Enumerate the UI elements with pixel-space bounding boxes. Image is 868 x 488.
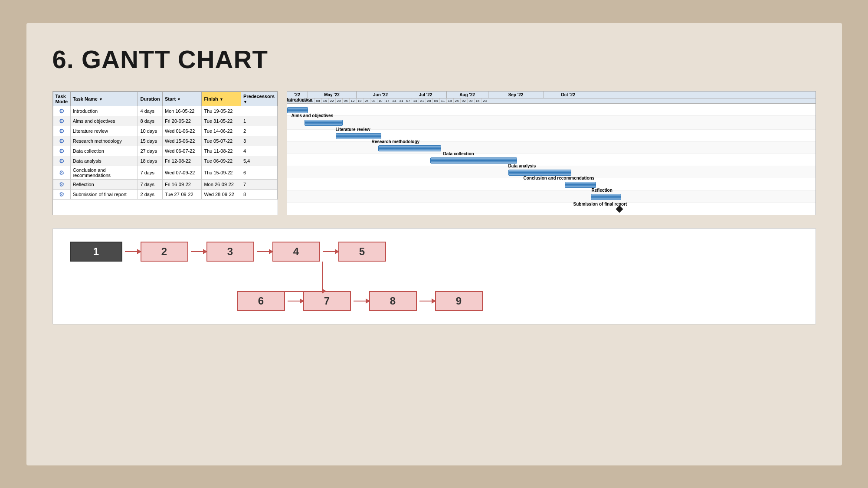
- wf-node-9: 9: [435, 291, 483, 311]
- bar-introduction: [287, 107, 308, 113]
- cell-start: Mon 16-05-22: [162, 106, 201, 116]
- chart-row-3: Literature review: [287, 130, 816, 142]
- slide: 6. GANTT CHART TaskMode Task Name ▼ Dura…: [26, 23, 842, 465]
- bar-dataanalysis: [508, 170, 571, 176]
- cell-predecessors: 6: [241, 166, 277, 179]
- cell-predecessors: [241, 106, 277, 116]
- cell-taskname: Data collection: [70, 146, 138, 156]
- cell-mode: ⚙: [53, 106, 70, 116]
- cell-finish: Wed 28-09-22: [202, 189, 241, 199]
- header-predecessors: Predecessors ▼: [241, 92, 277, 106]
- cell-predecessors: 7: [241, 179, 277, 189]
- wf-node-3: 3: [206, 242, 254, 262]
- header-duration: Duration: [138, 92, 163, 106]
- diamond-submission: [616, 205, 623, 213]
- label-datacollection: Data collection: [443, 151, 474, 156]
- cell-mode: ⚙: [53, 146, 70, 156]
- cell-duration: 7 days: [138, 166, 163, 179]
- cell-start: Wed 06-07-22: [162, 146, 201, 156]
- cell-duration: 27 days: [138, 146, 163, 156]
- bar-datacollection: [430, 157, 517, 164]
- cell-mode: ⚙: [53, 136, 70, 146]
- label-dataanalysis: Data analysis: [508, 164, 536, 168]
- header-task-mode: TaskMode: [53, 92, 70, 106]
- chart-row-9: Submission of final report: [287, 203, 816, 215]
- cell-taskname: Introduction: [70, 106, 138, 116]
- cell-start: Wed 01-06-22: [162, 126, 201, 136]
- cell-taskname: Research methodology: [70, 136, 138, 146]
- arrow-line-7-8: [354, 301, 367, 301]
- bar-aims: [305, 120, 343, 126]
- cell-start: Wed 15-06-22: [162, 136, 201, 146]
- bar-conclusion: [565, 182, 596, 188]
- table-row: ⚙ Conclusion and recommendations 7 days …: [53, 166, 277, 179]
- table-row: ⚙ Literature review 10 days Wed 01-06-22…: [53, 126, 277, 136]
- arrow-4-5: [323, 251, 336, 252]
- arrow-7-8: [354, 301, 367, 301]
- arrow-6-7: [288, 301, 301, 301]
- cell-mode: ⚙: [53, 166, 70, 179]
- arrow-2-3: [191, 251, 204, 252]
- chart-row-8: Reflection: [287, 190, 816, 203]
- cell-start: Fri 16-09-22: [162, 179, 201, 189]
- chart-row-7: Conclusion and recommendations: [287, 178, 816, 190]
- bar-literature: [336, 133, 381, 139]
- workflow-container: 1 2 3: [66, 242, 802, 311]
- day-header-row: 10 17 24 01 08 15 22 29 05 12 19 26 03 1…: [287, 98, 816, 104]
- arrowhead-6-7: [300, 298, 304, 304]
- wf-node-1: 1: [70, 242, 122, 262]
- gantt-chart-section: '22 May '22 Jun '22 Jul '22 Aug '22 Sep …: [287, 91, 816, 215]
- label-methodology: Research methodology: [372, 139, 420, 144]
- cell-duration: 7 days: [138, 179, 163, 189]
- cell-taskname: Aims and objectives: [70, 116, 138, 126]
- table-row: ⚙ Aims and objectives 8 days Fri 20-05-2…: [53, 116, 277, 126]
- arrow-3-4: [257, 251, 270, 252]
- arrowhead-8-9: [432, 298, 436, 304]
- cell-predecessors: 5,4: [241, 156, 277, 166]
- cell-taskname: Submission of final report: [70, 189, 138, 199]
- table-row: ⚙ Data collection 27 days Wed 06-07-22 T…: [53, 146, 277, 156]
- cell-start: Tue 27-09-22: [162, 189, 201, 199]
- cell-mode: ⚙: [53, 156, 70, 166]
- cell-mode: ⚙: [53, 126, 70, 136]
- cell-predecessors: 3: [241, 136, 277, 146]
- cell-start: Fri 12-08-22: [162, 156, 201, 166]
- cell-predecessors: 1: [241, 116, 277, 126]
- label-submission: Submission of final report: [573, 202, 627, 206]
- cell-finish: Thu 15-09-22: [202, 166, 241, 179]
- arrow-line-1-2: [125, 251, 138, 252]
- arrow-1-2: [125, 251, 138, 252]
- wf-node-5: 5: [338, 242, 386, 262]
- cell-duration: 2 days: [138, 189, 163, 199]
- header-task-name: Task Name ▼: [70, 92, 138, 106]
- cell-duration: 15 days: [138, 136, 163, 146]
- chart-body: Introduction Aims and objectives Literat…: [287, 104, 816, 215]
- chart-row-4: Research methodology: [287, 142, 816, 154]
- cell-mode: ⚙: [53, 189, 70, 199]
- cell-start: Wed 07-09-22: [162, 166, 201, 179]
- arrow-line-8-9: [419, 301, 432, 301]
- bar-reflection: [591, 194, 621, 200]
- cell-finish: Tue 05-07-22: [202, 136, 241, 146]
- table-row: ⚙ Submission of final report 2 days Tue …: [53, 189, 277, 199]
- table-row: ⚙ Introduction 4 days Mon 16-05-22 Thu 1…: [53, 106, 277, 116]
- workflow-bottom-row: 6 7 8: [237, 291, 802, 311]
- wf-node-2: 2: [141, 242, 188, 262]
- cell-finish: Thu 11-08-22: [202, 146, 241, 156]
- wf-node-8: 8: [369, 291, 417, 311]
- arrowhead-2-3: [203, 249, 207, 254]
- connector-area: [66, 262, 802, 292]
- arrowhead-3-4: [269, 249, 273, 254]
- label-introduction: Introduction: [287, 98, 312, 102]
- cell-predecessors: 2: [241, 126, 277, 136]
- arrow-line-6-7: [288, 301, 301, 301]
- label-aims: Aims and objectives: [292, 113, 334, 118]
- bar-methodology: [378, 145, 441, 151]
- page-title: 6. GANTT CHART: [52, 45, 816, 74]
- table-row: ⚙ Research methodology 15 days Wed 15-06…: [53, 136, 277, 146]
- table-row: ⚙ Data analysis 18 days Fri 12-08-22 Tue…: [53, 156, 277, 166]
- cell-duration: 10 days: [138, 126, 163, 136]
- wf-node-7: 7: [303, 291, 351, 311]
- arrowhead-to-6: [322, 288, 326, 294]
- label-conclusion: Conclusion and recommendations: [524, 176, 595, 180]
